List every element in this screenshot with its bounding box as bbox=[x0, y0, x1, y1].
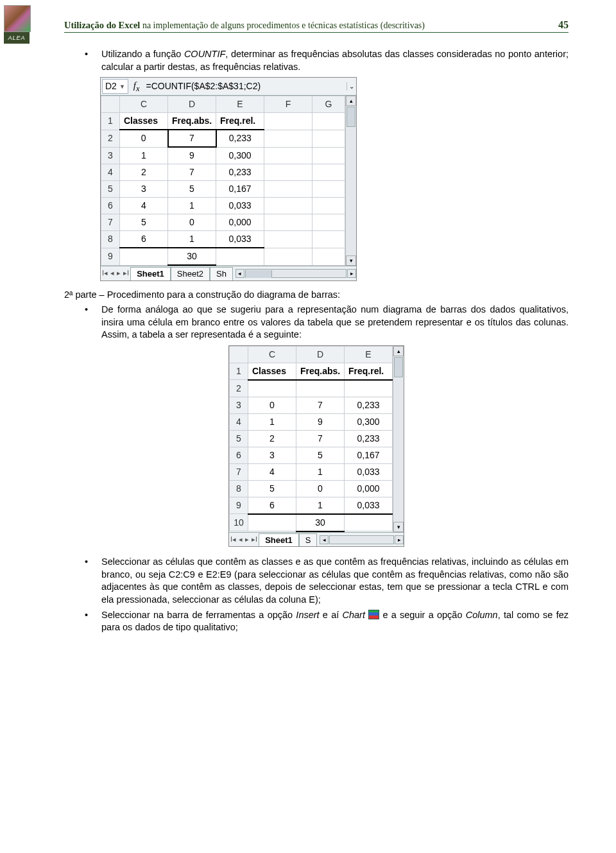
spreadsheet-grid[interactable]: C D E 1ClassesFreq.abs.Freq.rel. 2 3070,… bbox=[229, 346, 393, 532]
nav-last-icon[interactable]: ▸I bbox=[122, 268, 130, 278]
cell[interactable] bbox=[312, 198, 345, 214]
cell[interactable]: 0 bbox=[248, 397, 296, 413]
col-header[interactable]: C bbox=[120, 96, 168, 113]
cell[interactable] bbox=[120, 248, 168, 265]
cell[interactable]: 0,167 bbox=[216, 181, 264, 198]
row-header[interactable]: 5 bbox=[101, 181, 120, 198]
cell[interactable]: 0 bbox=[120, 130, 168, 147]
cell[interactable]: 5 bbox=[120, 214, 168, 231]
vertical-scrollbar[interactable]: ▴ ▾ bbox=[393, 346, 404, 532]
row-header[interactable]: 8 bbox=[101, 231, 120, 248]
row-header[interactable]: 9 bbox=[101, 248, 120, 265]
cell[interactable]: 6 bbox=[120, 231, 168, 248]
cell[interactable]: 1 bbox=[296, 463, 345, 480]
scroll-left-icon[interactable]: ◂ bbox=[320, 535, 329, 544]
cell[interactable]: 3 bbox=[120, 181, 168, 198]
scroll-right-icon[interactable]: ▸ bbox=[347, 269, 356, 278]
row-header[interactable]: 7 bbox=[101, 214, 120, 231]
cell[interactable]: 3 bbox=[248, 447, 296, 463]
cell[interactable]: 5 bbox=[296, 447, 345, 463]
cell[interactable]: Freq.rel. bbox=[345, 363, 393, 380]
nav-first-icon[interactable]: I◂ bbox=[229, 535, 237, 544]
cell[interactable] bbox=[264, 198, 312, 214]
select-all-corner[interactable] bbox=[230, 346, 248, 363]
cell[interactable]: 7 bbox=[168, 164, 216, 181]
cell[interactable]: 0,300 bbox=[216, 147, 264, 164]
cell[interactable]: 0 bbox=[168, 214, 216, 231]
cell[interactable]: 0,233 bbox=[345, 397, 393, 413]
horizontal-scrollbar[interactable]: ◂ ▸ bbox=[320, 535, 404, 544]
cell[interactable]: 1 bbox=[296, 497, 345, 514]
cell[interactable]: 30 bbox=[296, 514, 345, 531]
col-header[interactable]: E bbox=[345, 346, 393, 363]
scroll-down-icon[interactable]: ▾ bbox=[346, 255, 356, 266]
nav-last-icon[interactable]: ▸I bbox=[250, 535, 259, 544]
cell[interactable] bbox=[264, 113, 312, 130]
cell[interactable]: Freq.abs. bbox=[168, 113, 216, 130]
cell[interactable]: 0,033 bbox=[216, 231, 264, 248]
cell[interactable] bbox=[264, 147, 312, 164]
cell[interactable] bbox=[312, 214, 345, 231]
nav-next-icon[interactable]: ▸ bbox=[244, 535, 250, 544]
cell[interactable] bbox=[312, 181, 345, 198]
nav-prev-icon[interactable]: ◂ bbox=[109, 268, 116, 278]
sheet-tab[interactable]: S bbox=[299, 533, 318, 547]
row-header[interactable]: 1 bbox=[230, 363, 248, 380]
scroll-up-icon[interactable]: ▴ bbox=[346, 96, 356, 106]
cell[interactable] bbox=[264, 130, 312, 147]
cell[interactable]: 5 bbox=[168, 181, 216, 198]
cell[interactable]: Freq.rel. bbox=[216, 113, 264, 130]
cell[interactable]: 0,000 bbox=[216, 214, 264, 231]
cell[interactable]: 1 bbox=[120, 147, 168, 164]
row-header[interactable]: 1 bbox=[101, 113, 120, 130]
cell[interactable]: 0,300 bbox=[345, 413, 393, 430]
cell[interactable]: 9 bbox=[296, 413, 345, 430]
row-header[interactable]: 3 bbox=[230, 397, 248, 413]
row-header[interactable]: 7 bbox=[230, 463, 248, 480]
cell[interactable] bbox=[264, 181, 312, 198]
cell[interactable]: 0,233 bbox=[216, 164, 264, 181]
nav-next-icon[interactable]: ▸ bbox=[116, 268, 122, 278]
cell[interactable]: 7 bbox=[296, 430, 345, 447]
cell[interactable] bbox=[312, 147, 345, 164]
col-header[interactable]: D bbox=[168, 96, 216, 113]
select-all-corner[interactable] bbox=[101, 96, 120, 113]
row-header[interactable]: 8 bbox=[230, 480, 248, 497]
row-header[interactable]: 10 bbox=[230, 514, 248, 531]
cell[interactable]: 1 bbox=[168, 231, 216, 248]
row-header[interactable]: 3 bbox=[101, 147, 120, 164]
row-header[interactable]: 9 bbox=[230, 497, 248, 514]
cell[interactable]: 4 bbox=[248, 463, 296, 480]
expand-icon[interactable]: ⌄ bbox=[346, 82, 356, 91]
cell[interactable] bbox=[312, 113, 345, 130]
cell[interactable]: 0,233 bbox=[216, 130, 264, 147]
cell[interactable]: 30 bbox=[168, 248, 216, 265]
row-header[interactable]: 4 bbox=[230, 413, 248, 430]
cell[interactable]: 1 bbox=[168, 198, 216, 214]
cell[interactable] bbox=[296, 380, 345, 397]
cell[interactable] bbox=[312, 231, 345, 248]
cell[interactable]: 0,000 bbox=[345, 480, 393, 497]
cell[interactable] bbox=[264, 231, 312, 248]
cell[interactable]: 2 bbox=[248, 430, 296, 447]
col-header[interactable]: G bbox=[312, 96, 345, 113]
row-header[interactable]: 5 bbox=[230, 430, 248, 447]
sheet-tab[interactable]: Sh bbox=[210, 267, 233, 280]
chevron-down-icon[interactable]: ▼ bbox=[119, 83, 125, 90]
cell[interactable]: 0 bbox=[296, 480, 345, 497]
cell[interactable]: 7 bbox=[296, 397, 345, 413]
cell[interactable] bbox=[312, 164, 345, 181]
cell[interactable] bbox=[264, 214, 312, 231]
cell[interactable] bbox=[264, 164, 312, 181]
col-header[interactable]: F bbox=[264, 96, 312, 113]
col-header[interactable]: C bbox=[248, 346, 296, 363]
scroll-down-icon[interactable]: ▾ bbox=[393, 522, 404, 532]
cell[interactable] bbox=[248, 514, 296, 531]
cell[interactable]: 0,233 bbox=[345, 430, 393, 447]
horizontal-scrollbar[interactable]: ◂ ▸ bbox=[235, 269, 356, 278]
row-header[interactable]: 2 bbox=[101, 130, 120, 147]
cell[interactable]: 0,033 bbox=[345, 497, 393, 514]
cell-selected[interactable]: 7 bbox=[168, 130, 216, 147]
formula-input[interactable]: =COUNTIF($A$2:$A$31;C2) bbox=[144, 80, 346, 93]
cell[interactable]: 0,033 bbox=[345, 463, 393, 480]
